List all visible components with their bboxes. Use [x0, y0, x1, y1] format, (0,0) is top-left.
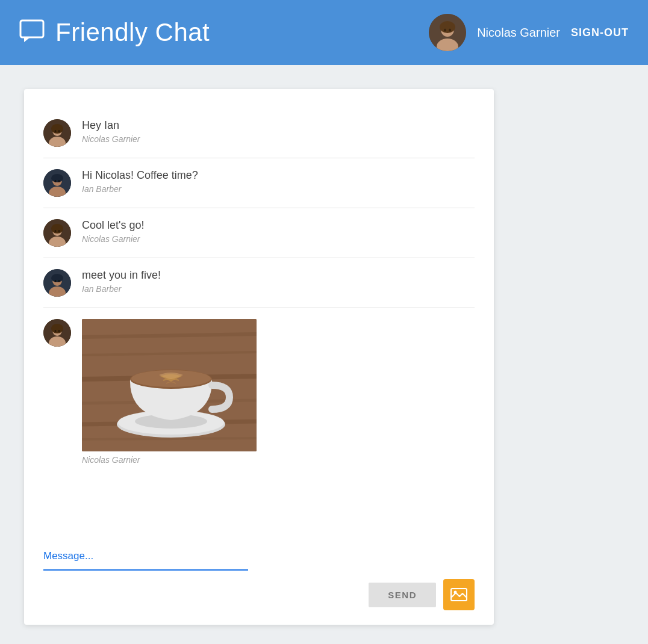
table-row: meet you in five! Ian Barber: [43, 258, 475, 308]
table-row: Nicolas Garnier: [43, 308, 475, 475]
signout-button[interactable]: SIGN-OUT: [571, 26, 629, 39]
message-text: Cool let's go!: [82, 219, 475, 232]
message-author: Nicolas Garnier: [82, 234, 475, 244]
svg-point-25: [58, 230, 60, 232]
svg-point-23: [51, 224, 63, 234]
app-title: Friendly Chat: [55, 18, 210, 47]
table-row: Cool let's go! Nicolas Garnier: [43, 208, 475, 258]
message-body: Hey Ian Nicolas Garnier: [82, 119, 475, 144]
header-avatar: [429, 14, 466, 51]
svg-point-17: [51, 174, 63, 182]
header-username: Nicolas Garnier: [477, 26, 560, 40]
header-left: Friendly Chat: [19, 18, 210, 47]
chat-card: Hey Ian Nicolas Garnier: [24, 89, 494, 625]
table-row: Hey Ian Nicolas Garnier: [43, 108, 475, 158]
svg-point-24: [55, 230, 57, 232]
svg-point-29: [51, 274, 63, 282]
avatar: [43, 119, 71, 147]
input-controls-row: SEND: [43, 579, 475, 610]
avatar: [43, 219, 71, 247]
svg-point-6: [444, 29, 446, 32]
avatar: [43, 269, 71, 297]
message-author: Nicolas Garnier: [82, 134, 475, 144]
svg-point-30: [55, 280, 57, 282]
svg-point-31: [58, 280, 60, 282]
svg-point-13: [58, 130, 60, 132]
image-upload-icon: [450, 587, 467, 603]
chat-logo-icon: [19, 19, 45, 46]
svg-point-19: [58, 180, 60, 182]
send-button[interactable]: SEND: [369, 583, 436, 607]
table-row: Hi Nicolas! Coffee time? Ian Barber: [43, 158, 475, 208]
message-text: meet you in five!: [82, 269, 475, 282]
svg-rect-0: [20, 20, 43, 37]
message-text: Hey Ian: [82, 119, 475, 132]
header-right: Nicolas Garnier SIGN-OUT: [429, 14, 629, 51]
main-content: Hey Ian Nicolas Garnier: [0, 65, 648, 644]
message-body: Cool let's go! Nicolas Garnier: [82, 219, 475, 244]
message-image: [82, 319, 257, 451]
message-body: Nicolas Garnier: [82, 319, 475, 465]
svg-point-37: [58, 330, 60, 332]
message-author: Ian Barber: [82, 184, 475, 194]
message-author: Ian Barber: [82, 284, 475, 294]
input-area: SEND: [24, 540, 494, 625]
message-input[interactable]: [43, 548, 475, 565]
svg-point-18: [55, 180, 57, 182]
svg-point-12: [55, 130, 57, 132]
messages-list: Hey Ian Nicolas Garnier: [24, 108, 494, 540]
svg-line-44: [82, 438, 257, 439]
image-upload-button[interactable]: [443, 579, 475, 610]
input-underline: [43, 569, 248, 571]
message-author: Nicolas Garnier: [82, 455, 475, 465]
svg-point-5: [440, 21, 455, 33]
svg-point-36: [55, 330, 57, 332]
svg-point-35: [51, 324, 63, 333]
app-header: Friendly Chat Nicolas Garnier SIGN-OUT: [0, 0, 648, 65]
message-text: Hi Nicolas! Coffee time?: [82, 169, 475, 182]
avatar: [43, 169, 71, 197]
svg-point-11: [51, 124, 63, 134]
svg-point-7: [449, 29, 451, 32]
avatar: [43, 319, 71, 347]
message-body: Hi Nicolas! Coffee time? Ian Barber: [82, 169, 475, 194]
message-body: meet you in five! Ian Barber: [82, 269, 475, 294]
